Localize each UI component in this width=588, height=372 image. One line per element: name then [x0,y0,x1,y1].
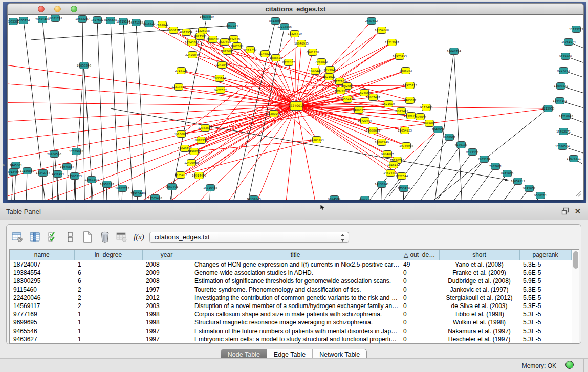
graph-node[interactable]: 8912954 [180,29,193,36]
graph-edge[interactable] [296,106,323,200]
graph-node[interactable]: 12353594 [198,125,212,132]
graph-node[interactable]: 8466160 [104,17,117,24]
graph-node[interactable]: 16671338 [129,19,143,26]
graph-node[interactable]: 16033809 [200,15,214,20]
graph-node[interactable]: 10958107 [100,181,114,188]
table-cell[interactable]: Estimation of significance thresholds fo… [191,277,400,285]
table-row[interactable]: 2242004622012Investigating the contribut… [10,294,571,302]
graph-node[interactable]: 9474444 [466,149,479,156]
resize-grip[interactable] [574,190,581,197]
table-cell[interactable]: Dudbridge et al. (2008) [439,277,519,285]
graph-node[interactable]: 8938921 [443,134,456,141]
table-cell[interactable]: 9465546 [10,327,74,335]
graph-edge[interactable] [459,173,507,200]
table-row[interactable]: 969969511998Structural magnetic resonanc… [10,318,571,326]
graph-node[interactable]: 13342737 [36,170,50,177]
table-cell[interactable]: 14569117 [10,302,74,310]
table-cell[interactable]: Investigating the contribution of common… [191,294,400,302]
graph-edge[interactable] [136,23,148,200]
table-cell[interactable]: 1 [74,260,142,269]
graph-node[interactable]: 11123722 [569,26,583,33]
graph-edge[interactable] [469,181,518,200]
graph-edge[interactable] [82,19,85,200]
table-cell[interactable]: 5.5E-5 [519,294,571,302]
table-cell[interactable]: Nakamura et al. (1997) [439,327,519,335]
graph-node[interactable]: 16782753 [115,185,129,192]
graph-edge[interactable] [192,42,296,106]
import-table-icon[interactable] [115,230,129,244]
graph-node[interactable]: 12218506 [277,24,292,30]
graph-node[interactable]: 17240017 [289,102,304,111]
graph-node[interactable]: 19654923 [398,127,412,134]
graph-node[interactable]: 10653287 [75,16,90,23]
graph-node[interactable]: 1145194 [52,171,64,178]
table-cell[interactable]: 18724007 [10,260,74,269]
graph-node[interactable]: 8813054 [269,18,282,25]
table-cell[interactable]: 0 [400,286,439,294]
table-cell[interactable]: 9777169 [10,310,74,318]
table-cell[interactable]: 1997 [142,335,191,343]
graph-node[interactable]: 7663822 [156,21,169,28]
graph-node[interactable]: 11156889 [20,168,34,174]
graph-edge[interactable] [111,108,508,180]
graph-node[interactable]: 8322037 [282,59,295,66]
table-cell[interactable]: 0 [400,294,439,302]
table-cell[interactable]: 2 [74,286,142,294]
table-cell[interactable]: 0 [400,335,439,343]
graph-node[interactable]: 1342546 [228,36,241,42]
node-table-grid[interactable]: namein_degreeyeartitle△ out_de…shortpage… [10,250,572,343]
graph-node[interactable]: 12213383 [171,84,186,91]
table-cell[interactable]: 5.3E-5 [519,327,571,335]
graph-node[interactable]: 8660124 [167,27,180,34]
graph-node[interactable]: 19166825 [174,131,188,138]
graph-node[interactable]: 16210643 [559,113,573,120]
graph-node[interactable]: 10688639 [366,127,380,134]
graph-edge[interactable] [492,195,540,200]
graph-node[interactable]: 1527602 [91,17,104,24]
table-scrollbar[interactable] [572,250,579,343]
graph-node[interactable]: 9245652 [523,185,536,192]
table-cell[interactable]: Tourette syndrome. Phenomenology and cla… [191,286,400,294]
graph-node[interactable]: 1821022 [323,74,336,80]
table-row[interactable]: 1872400712008Changes of HCN gene express… [10,260,571,269]
table-cell[interactable]: 0 [400,277,439,285]
graph-edge[interactable] [66,167,67,200]
graph-node[interactable]: 9129966 [559,53,572,60]
table-cell[interactable]: de Silva et al. (2003) [439,302,519,310]
create-table-icon[interactable] [80,230,94,244]
graph-node[interactable]: 1621609 [382,101,395,107]
table-cell[interactable]: Corpus callosum shape and size in male p… [191,310,400,318]
table-row[interactable]: 1938455462009Genome-wide association stu… [10,269,571,277]
graph-node[interactable]: 17016504 [555,143,570,150]
table-cell[interactable]: 2 [74,302,142,310]
graph-edge[interactable] [296,43,301,106]
graph-node[interactable]: 1753426 [398,185,410,192]
table-cell[interactable]: 9699695 [10,318,74,326]
table-cell[interactable]: Yano et al. (2008) [439,260,519,269]
network-window-titlebar[interactable]: citations_edges.txt [7,3,584,15]
graph-node[interactable]: 9657771 [166,184,179,190]
table-cell[interactable]: Franke et al. (2009) [439,269,519,277]
graph-node[interactable]: 9355724 [17,17,30,24]
network-table-select[interactable]: citations_edges.txt [149,232,349,243]
table-cell[interactable]: 9463627 [10,335,74,343]
table-cell[interactable]: 5.3E-5 [519,310,571,318]
table-cell[interactable]: Jankovic et al. (1997) [439,286,519,294]
table-cell[interactable]: 1 [74,335,142,343]
table-cell[interactable]: Wolkin et al. (1998) [439,318,519,326]
graph-node[interactable]: 7932621 [489,163,502,170]
table-cell[interactable]: 1997 [142,286,191,294]
table-cell[interactable]: 5.3E-5 [519,286,571,294]
graph-node[interactable]: 12409948 [184,160,199,166]
table-cell[interactable]: 5.3E-5 [519,318,571,326]
column-header[interactable]: year [142,250,191,260]
table-cell[interactable]: 49 [400,260,439,269]
graph-node[interactable]: 7596044 [414,114,427,120]
graph-edge[interactable] [424,152,472,200]
graph-edge[interactable] [412,145,461,200]
table-cell[interactable]: 1 [74,310,142,318]
network-graph[interactable]: 1724001720653839355724206914061803179210… [8,15,584,200]
select-columns-icon[interactable] [46,230,59,244]
graph-node[interactable]: 12093822 [554,83,568,90]
show-columns-icon[interactable] [28,230,42,244]
